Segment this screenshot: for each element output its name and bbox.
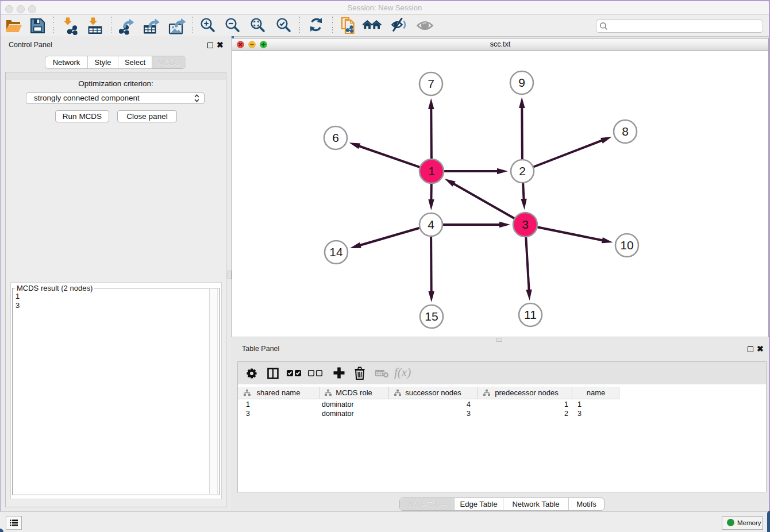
svg-text:10: 10 [620, 238, 633, 252]
svg-text:14: 14 [329, 245, 343, 259]
svg-text:3: 3 [522, 218, 529, 231]
svg-text:4: 4 [428, 218, 434, 231]
svg-text:6: 6 [332, 131, 339, 144]
svg-text:8: 8 [622, 125, 629, 138]
svg-text:2: 2 [519, 164, 526, 178]
svg-text:9: 9 [518, 76, 525, 89]
svg-text:1: 1 [428, 164, 435, 178]
svg-text:15: 15 [425, 310, 438, 323]
svg-text:7: 7 [428, 77, 434, 90]
svg-text:11: 11 [524, 308, 537, 321]
